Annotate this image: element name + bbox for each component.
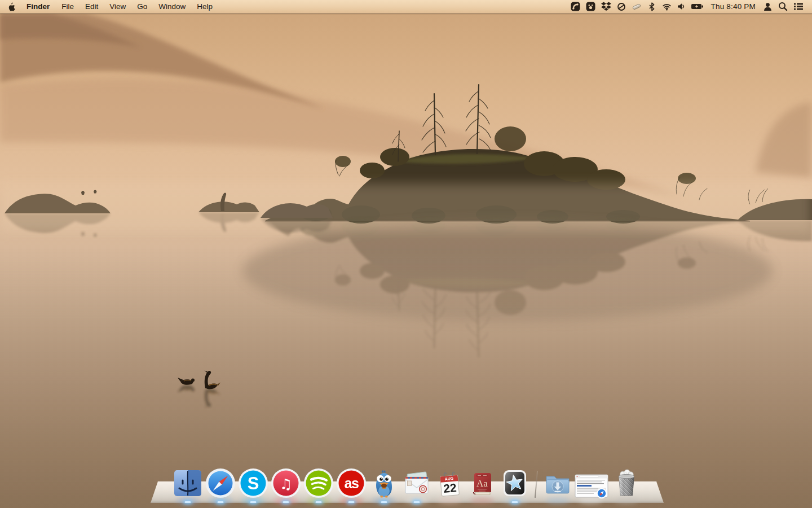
mail-icon [401,467,433,499]
circle-slash-menu-extra[interactable] [614,0,629,13]
phone-menu-extra[interactable] [568,0,583,13]
dock-item-skype[interactable]: S [237,467,269,499]
downloads-folder-icon [542,467,573,499]
running-indicator [414,501,420,503]
calendar-icon: AUG 22 [434,467,465,499]
twitterrific-bird-icon [368,467,400,499]
pill-icon [632,2,642,11]
menu-bar-clock[interactable]: Thu 8:40 PM [707,2,761,11]
running-indicator [185,501,191,503]
notification-center-icon [793,2,804,11]
svg-text:22: 22 [443,481,457,495]
dock-item-webpage-window[interactable] [575,474,610,499]
finder-icon [172,467,204,499]
dock-separator [535,471,538,498]
pill-menu-extra[interactable] [629,0,645,13]
wifi-icon [662,2,672,11]
itunes-icon: ♫ [270,467,302,499]
dock-item-safari[interactable] [205,467,236,499]
trash-full-icon [611,467,642,499]
svg-text:AUG: AUG [444,476,454,481]
apple-icon [8,2,16,11]
running-indicator [218,501,224,503]
dock-item-lastfm[interactable]: as [336,467,367,499]
svg-text:S: S [248,474,259,493]
bluetooth-icon [647,2,656,11]
running-indicator [381,501,387,503]
dock-item-star-app[interactable] [499,467,531,499]
dock-item-itunes[interactable]: ♫ [270,467,302,499]
wifi-menu-extra[interactable] [659,0,674,13]
dock-item-twitterrific[interactable] [368,467,400,499]
running-indicator [250,501,257,503]
svg-text:as: as [345,475,359,491]
dock-items: S ♫ [151,467,664,499]
dictionary-icon: Aa [466,467,498,499]
menu-go[interactable]: Go [131,0,153,13]
safari-icon [205,467,236,499]
running-indicator [512,501,518,503]
battery-icon [691,2,704,11]
svg-text:♫: ♫ [280,476,292,492]
volume-menu-extra[interactable] [674,0,688,13]
spotlight-menu-extra[interactable] [775,0,791,13]
star-app-icon [499,467,531,499]
dropbox-menu-extra[interactable] [598,0,614,13]
dock-item-finder[interactable] [172,467,204,499]
skype-icon: S [237,467,269,499]
running-indicator [316,501,322,503]
dock-item-calendar[interactable]: AUG 22 [434,467,465,499]
running-indicator [348,501,355,503]
dock: S ♫ [151,464,664,508]
menu-bar-menus: Finder File Edit View Go Window Help [0,0,218,13]
phone-icon [571,2,580,11]
battery-menu-extra[interactable] [688,0,707,13]
rounded-app-icon [586,2,595,11]
volume-icon [677,2,685,11]
running-indicator [283,501,289,503]
circle-slash-icon [617,2,626,11]
user-menu-extra[interactable] [760,0,775,13]
menu-help[interactable]: Help [191,0,218,13]
dock-item-trash[interactable] [611,467,642,499]
desktop-wallpaper [0,0,812,508]
dropbox-icon [601,2,611,11]
menu-window[interactable]: Window [153,0,191,13]
menu-file[interactable]: File [56,0,80,13]
apple-menu[interactable] [8,2,16,11]
webpage-window-icon [575,474,610,499]
spotlight-icon [778,2,788,11]
spotify-icon [303,467,334,499]
menu-finder[interactable]: Finder [20,0,56,13]
dock-item-dictionary[interactable]: Aa [466,467,498,499]
lastfm-icon: as [336,467,367,499]
dock-item-downloads-folder[interactable] [542,467,573,499]
menu-view[interactable]: View [104,0,131,13]
dock-item-spotify[interactable] [303,467,334,499]
svg-text:Aa: Aa [476,478,488,489]
menu-bar-status: Thu 8:40 PM [568,0,812,13]
dock-item-mail[interactable] [401,467,433,499]
menu-bar: Finder File Edit View Go Window Help [0,0,812,14]
rounded-app-menu-extra[interactable] [583,0,598,13]
menu-edit[interactable]: Edit [80,0,104,13]
user-icon [763,2,773,11]
notification-center-menu-extra[interactable] [791,0,806,13]
bluetooth-menu-extra[interactable] [645,0,659,13]
